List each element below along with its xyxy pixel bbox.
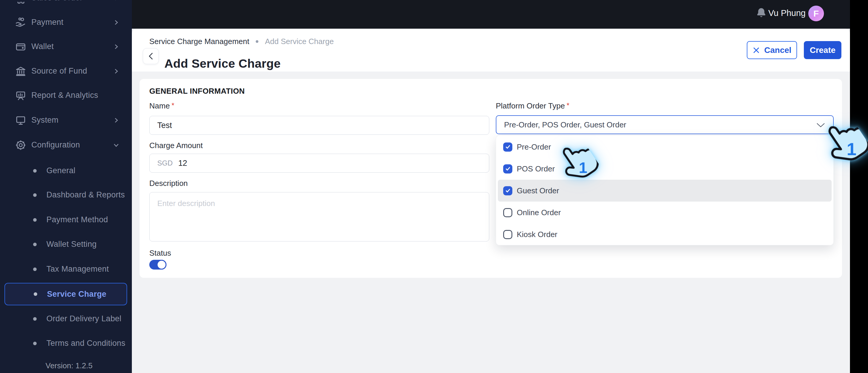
breadcrumb: Service Charge Management Add Service Ch…	[149, 37, 334, 46]
sidebar-item-source-of-fund[interactable]: Source of Fund	[0, 59, 132, 83]
sidebar-subitem-label: Service Charge	[47, 290, 106, 299]
dropdown-option-online-order[interactable]: Online Order	[496, 201, 833, 223]
sidebar-subitem-wallet-setting[interactable]: Wallet Setting	[0, 232, 132, 256]
bullet-icon	[33, 169, 37, 173]
sidebar-item-payment[interactable]: Payment	[0, 10, 132, 35]
sidebar-item-configuration[interactable]: Configuration	[0, 133, 132, 157]
sidebar: Sales & Order Payment Wallet	[0, 0, 132, 373]
sidebar-subitem-label: Tax Management	[46, 265, 109, 274]
back-button[interactable]	[143, 48, 159, 64]
sidebar-subitem-service-charge[interactable]: Service Charge	[4, 283, 127, 305]
sidebar-subitem-label: Payment Method	[46, 215, 108, 224]
breadcrumb-root[interactable]: Service Charge Management	[149, 37, 249, 46]
bullet-icon	[33, 342, 37, 345]
chevron-right-icon	[113, 68, 119, 74]
sidebar-item-label: Configuration	[31, 141, 80, 150]
close-icon	[752, 46, 760, 54]
breadcrumb-separator-icon	[256, 40, 258, 43]
version-text: Version: 1.2.5	[45, 361, 93, 370]
dropdown-option-label: Online Order	[517, 208, 561, 217]
create-button-label: Create	[810, 45, 835, 55]
checkbox-checked-icon[interactable]	[503, 164, 513, 174]
select-value: Pre-Order, POS Order, Guest Order	[504, 120, 626, 129]
cancel-button[interactable]: Cancel	[747, 41, 797, 59]
checkbox-checked-icon[interactable]	[503, 143, 513, 152]
required-marker: *	[567, 101, 569, 110]
sidebar-subitem-label: General	[46, 166, 75, 175]
currency-prefix: SGD	[157, 159, 173, 167]
sidebar-subitem-general[interactable]: General	[0, 158, 132, 183]
status-toggle[interactable]	[149, 260, 166, 270]
name-input[interactable]	[149, 116, 489, 135]
sidebar-subitem-label: Terms and Conditions	[46, 339, 125, 348]
sidebar-subitem-payment-method[interactable]: Payment Method	[0, 208, 132, 232]
bullet-icon	[33, 268, 37, 271]
charge-amount-field[interactable]: SGD	[149, 154, 489, 173]
main-content: Service Charge Management Add Service Ch…	[132, 29, 850, 373]
bullet-icon	[33, 243, 37, 246]
charge-amount-input[interactable]	[178, 158, 481, 168]
sidebar-item-label: Payment	[31, 18, 64, 27]
sidebar-item-label: Source of Fund	[31, 66, 87, 76]
wallet-icon	[15, 41, 27, 53]
ui-area: Sales & Order Payment Wallet	[0, 0, 850, 373]
sidebar-subitem-label: Dashboard & Reports	[46, 190, 125, 199]
description-textarea[interactable]	[149, 192, 489, 242]
dropdown-option-guest-order[interactable]: Guest Order	[498, 180, 832, 201]
chevron-left-icon	[148, 52, 154, 60]
sidebar-subitem-label: Wallet Setting	[46, 240, 97, 249]
sales-order-icon	[15, 0, 27, 4]
avatar[interactable]: F	[808, 6, 824, 21]
topbar: Vu Phung F	[132, 0, 850, 29]
checkbox-unchecked-icon[interactable]	[503, 208, 513, 217]
dropdown-option-pre-order[interactable]: Pre-Order	[496, 136, 833, 158]
sidebar-item-label: Report & Analytics	[31, 91, 98, 100]
create-button[interactable]: Create	[804, 41, 841, 59]
toggle-knob	[157, 260, 166, 270]
sidebar-subitem-terms-conditions[interactable]: Terms and Conditions	[0, 331, 132, 355]
dropdown-option-label: Kiosk Order	[517, 230, 557, 239]
sidebar-subitem-dashboard-reports[interactable]: Dashboard & Reports	[0, 183, 132, 207]
sidebar-subitem-label: Order Delivery Label	[46, 314, 122, 323]
dropdown-option-label: Guest Order	[517, 186, 559, 195]
chevron-down-icon	[816, 123, 825, 128]
chevron-down-icon	[113, 142, 119, 148]
checkbox-checked-icon[interactable]	[503, 186, 513, 195]
status-label: Status	[149, 249, 171, 258]
bank-icon	[15, 65, 27, 77]
section-title: GENERAL INFORMATION	[149, 87, 245, 96]
sidebar-item-report-analytics[interactable]: Report & Analytics	[0, 83, 132, 107]
dropdown-option-kiosk-order[interactable]: Kiosk Order	[496, 223, 833, 245]
checkbox-unchecked-icon[interactable]	[503, 230, 513, 239]
sidebar-item-label: System	[31, 116, 59, 125]
sidebar-item-system[interactable]: System	[0, 108, 132, 132]
user-name[interactable]: Vu Phung	[768, 8, 806, 18]
sidebar-item-label: Sales & Order	[31, 0, 83, 2]
page-title: Add Service Charge	[164, 57, 281, 71]
required-marker: *	[172, 101, 174, 110]
app-root: Sales & Order Payment Wallet	[0, 0, 868, 373]
dropdown-option-label: Pre-Order	[517, 143, 551, 152]
bullet-icon	[33, 193, 37, 197]
gear-icon	[15, 139, 27, 151]
dropdown-option-pos-order[interactable]: POS Order	[496, 158, 833, 180]
cancel-button-label: Cancel	[764, 45, 792, 55]
monitor-icon	[15, 114, 27, 126]
presentation-chart-icon	[15, 90, 27, 101]
notification-bell-icon[interactable]	[755, 7, 768, 20]
sidebar-item-sales-order[interactable]: Sales & Order	[0, 0, 132, 10]
sidebar-subitem-order-delivery-label[interactable]: Order Delivery Label	[0, 307, 132, 331]
description-label: Description	[149, 179, 188, 188]
page-header: Service Charge Management Add Service Ch…	[132, 29, 850, 71]
bullet-icon	[33, 317, 37, 321]
platform-order-type-select[interactable]: Pre-Order, POS Order, Guest Order	[496, 115, 834, 134]
sidebar-subitem-tax-management[interactable]: Tax Management	[0, 257, 132, 281]
chevron-right-icon	[113, 43, 119, 50]
breadcrumb-current: Add Service Charge	[265, 37, 334, 46]
name-label: Name*	[149, 101, 175, 111]
platform-order-type-dropdown: Pre-Order POS Order Guest Order	[496, 135, 834, 245]
chevron-right-icon	[113, 19, 119, 26]
sidebar-item-wallet[interactable]: Wallet	[0, 34, 132, 59]
charge-amount-label: Charge Amount	[149, 141, 203, 150]
bullet-icon	[33, 218, 37, 222]
